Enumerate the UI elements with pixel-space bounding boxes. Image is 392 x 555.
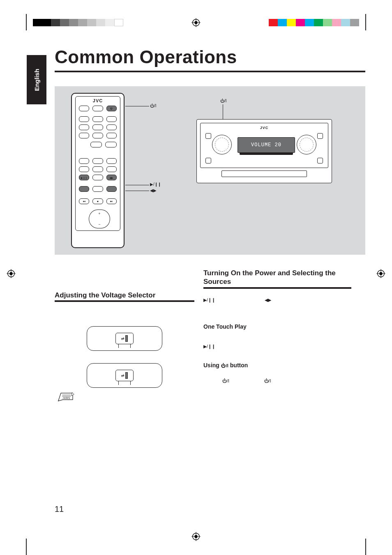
callout-power: ⏻/I — [150, 104, 157, 108]
registration-mark-icon — [191, 18, 201, 27]
remote-power-button: ⏻ — [106, 106, 117, 111]
leader-line — [125, 185, 149, 185]
language-tab: English — [27, 55, 46, 104]
voltage-selector-figure: ⇄ ⇄ — [55, 326, 194, 388]
unit-illustration: ⏻/I JVC VOLUME 20 — [196, 99, 332, 189]
unit-brand: JVC — [201, 126, 328, 130]
remote-play-button: ▶❙❙ — [79, 175, 89, 180]
symbol-row: ▶/❙❙ ◀▶ — [203, 293, 351, 303]
registration-mark-icon — [376, 269, 385, 278]
callout-unit-power: ⏻/I — [220, 99, 227, 103]
leader-line — [125, 106, 149, 106]
grayscale-bar — [33, 19, 123, 26]
power-symbol: ⏻/I — [264, 378, 271, 383]
crop-mark — [365, 14, 366, 30]
leader-line — [223, 104, 223, 119]
unit-knob — [297, 135, 316, 154]
power-symbol: ⏻/I — [222, 378, 229, 383]
remote-illustration: JVC ⏻ ▶❙❙◀▶ ⏮■⏭ — [71, 93, 125, 248]
callout-play: ▶/❙❙ — [150, 182, 161, 187]
tape-direction-symbol: ◀▶ — [265, 297, 271, 303]
registration-mark-icon — [7, 269, 16, 278]
unit-power-button — [205, 133, 211, 139]
callout-tape: ◀▶ — [150, 188, 157, 193]
page-content: English Common Operations JVC ⏻ ▶❙❙◀▶ ⏮■… — [27, 37, 365, 518]
unit-knob — [212, 135, 232, 154]
unit-button — [205, 158, 211, 164]
crop-mark — [26, 14, 27, 30]
right-column: Turning On the Power and Selecting the S… — [203, 269, 351, 384]
heading-using-button: Using button — [203, 362, 351, 368]
play-pause-symbol: ▶/❙❙ — [203, 297, 215, 303]
svg-text:notes: notes — [63, 396, 70, 400]
remote-tape-button: ◀▶ — [106, 175, 117, 180]
left-column: Adjusting the Voltage Selector ⇄ ⇄ notes — [55, 291, 194, 420]
unit-display: VOLUME 20 — [238, 137, 295, 153]
leader-line — [125, 191, 149, 191]
page-title: Common Operations — [55, 47, 365, 72]
voltage-switch-diagram: ⇄ — [87, 363, 162, 388]
unit-cassette-tray — [221, 170, 307, 177]
diagram-panel: JVC ⏻ ▶❙❙◀▶ ⏮■⏭ ⏻/I ▶/❙❙ ◀▶ ⏻/I — [55, 86, 365, 255]
page-number: 11 — [55, 504, 64, 514]
crop-mark — [26, 539, 27, 555]
color-bar — [269, 19, 359, 26]
language-label: English — [33, 69, 40, 91]
notes-icon: notes — [56, 391, 76, 404]
print-marks-top — [0, 14, 392, 30]
crop-mark — [365, 539, 366, 555]
print-marks-bottom — [0, 532, 392, 540]
voltage-switch-diagram: ⇄ — [87, 326, 162, 351]
using-text-pre: Using — [203, 362, 221, 368]
unit-button — [317, 158, 323, 164]
remote-brand: JVC — [76, 98, 120, 103]
remote-volume-control — [89, 210, 110, 228]
using-text-post: button — [228, 362, 248, 368]
subheading-power: Turning On the Power and Selecting the S… — [203, 269, 351, 288]
power-icon — [221, 362, 228, 368]
subheading-voltage: Adjusting the Voltage Selector — [55, 291, 194, 302]
registration-mark-icon — [191, 532, 201, 541]
unit-eject-button — [317, 133, 323, 139]
play-pause-symbol: ▶/❙❙ — [203, 344, 215, 349]
heading-one-touch: One Touch Play — [203, 323, 351, 330]
notes-box: notes — [55, 397, 194, 420]
